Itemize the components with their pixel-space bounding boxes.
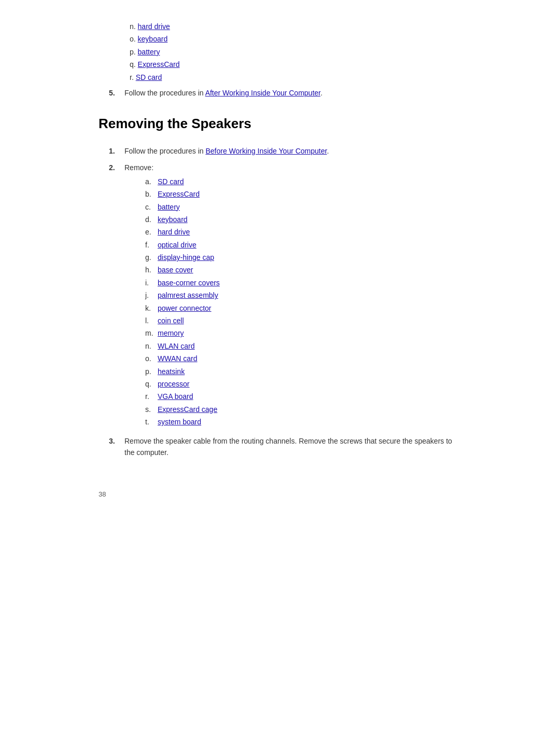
- step-3-num: 3.: [109, 435, 124, 447]
- list-item-q: q. ExpressCard: [130, 59, 461, 70]
- link-system-board[interactable]: system board: [158, 416, 201, 428]
- label-r2: r.: [145, 391, 158, 402]
- remove-item-t: t. system board: [145, 416, 461, 428]
- label-i: i.: [145, 277, 158, 288]
- link-expresscard-cage[interactable]: ExpressCard cage: [158, 404, 217, 415]
- label-q: q.: [130, 60, 136, 68]
- remove-list: a. SD card b. ExpressCard c. battery d. …: [145, 176, 461, 428]
- link-sd-card[interactable]: SD card: [158, 176, 184, 187]
- remove-item-i: i. base-corner covers: [145, 277, 461, 288]
- label-k: k.: [145, 302, 158, 314]
- step-1-text-after: .: [327, 147, 329, 155]
- link-expresscard-top[interactable]: ExpressCard: [138, 60, 180, 68]
- remove-item-n: n. WLAN card: [145, 340, 461, 352]
- link-before-working[interactable]: Before Working Inside Your Computer: [205, 147, 327, 155]
- label-e: e.: [145, 226, 158, 238]
- remove-item-f: f. optical drive: [145, 239, 461, 251]
- label-h: h.: [145, 264, 158, 275]
- link-sd-card-top[interactable]: SD card: [136, 73, 162, 81]
- label-q2: q.: [145, 378, 158, 390]
- link-battery-top[interactable]: battery: [138, 48, 160, 56]
- link-optical-drive[interactable]: optical drive: [158, 239, 197, 251]
- remove-item-c: c. battery: [145, 201, 461, 213]
- remove-item-p: p. heatsink: [145, 366, 461, 377]
- link-memory[interactable]: memory: [158, 327, 184, 339]
- step-2-text: Remove:: [124, 163, 153, 172]
- remove-item-o: o. WWAN card: [145, 353, 461, 364]
- label-c: c.: [145, 201, 158, 213]
- step-1-content: Follow the procedures in Before Working …: [124, 145, 461, 157]
- link-base-corner-covers[interactable]: base-corner covers: [158, 277, 220, 288]
- label-n: n.: [130, 22, 136, 31]
- step-2: 2. Remove: a. SD card b. ExpressCard c. …: [109, 162, 461, 430]
- link-heatsink[interactable]: heatsink: [158, 366, 185, 377]
- link-display-hinge-cap[interactable]: display-hinge cap: [158, 252, 214, 263]
- list-item-p: p. battery: [130, 46, 461, 58]
- link-power-connector[interactable]: power connector: [158, 302, 212, 314]
- remove-item-j: j. palmrest assembly: [145, 290, 461, 301]
- step-5-text: Follow the procedures in After Working I…: [124, 87, 323, 99]
- label-s: s.: [145, 404, 158, 415]
- label-m: m.: [145, 327, 158, 339]
- step-5-num: 5.: [109, 87, 124, 99]
- top-continuation-list: n. hard drive o. keyboard p. battery q. …: [130, 21, 461, 83]
- remove-item-r: r. VGA board: [145, 391, 461, 402]
- remove-item-g: g. display-hinge cap: [145, 252, 461, 263]
- page-number: 38: [99, 489, 461, 500]
- link-wlan-card[interactable]: WLAN card: [158, 340, 195, 352]
- label-b: b.: [145, 188, 158, 200]
- link-battery[interactable]: battery: [158, 201, 180, 213]
- section-title: Removing the Speakers: [99, 113, 461, 135]
- label-p2: p.: [145, 366, 158, 377]
- step-1-num: 1.: [109, 145, 124, 157]
- link-vga-board[interactable]: VGA board: [158, 391, 193, 402]
- link-coin-cell[interactable]: coin cell: [158, 315, 184, 326]
- link-expresscard[interactable]: ExpressCard: [158, 188, 200, 200]
- step-5-text-before: Follow the procedures in: [124, 89, 205, 97]
- label-o: o.: [130, 35, 136, 43]
- label-j: j.: [145, 290, 158, 301]
- list-item-r: r. SD card: [130, 72, 461, 83]
- step-1: 1. Follow the procedures in Before Worki…: [109, 145, 461, 157]
- step-3: 3. Remove the speaker cable from the rou…: [109, 435, 461, 459]
- remove-item-k: k. power connector: [145, 302, 461, 314]
- step-3-text: Remove the speaker cable from the routin…: [124, 435, 461, 459]
- label-a: a.: [145, 176, 158, 187]
- remove-item-l: l. coin cell: [145, 315, 461, 326]
- label-f: f.: [145, 239, 158, 251]
- link-hard-drive[interactable]: hard drive: [138, 22, 170, 31]
- remove-item-h: h. base cover: [145, 264, 461, 275]
- label-p: p.: [130, 48, 136, 56]
- link-wwan-card[interactable]: WWAN card: [158, 353, 197, 364]
- label-n2: n.: [145, 340, 158, 352]
- link-palmrest-assembly[interactable]: palmrest assembly: [158, 290, 218, 301]
- remove-item-m: m. memory: [145, 327, 461, 339]
- page-container: n. hard drive o. keyboard p. battery q. …: [57, 0, 503, 531]
- label-t: t.: [145, 416, 158, 428]
- link-processor[interactable]: processor: [158, 378, 189, 390]
- step-2-num: 2.: [109, 162, 124, 173]
- list-item-n: n. hard drive: [130, 21, 461, 32]
- step-5: 5. Follow the procedures in After Workin…: [109, 87, 461, 99]
- list-item-o: o. keyboard: [130, 33, 461, 45]
- link-base-cover[interactable]: base cover: [158, 264, 193, 275]
- link-keyboard-top[interactable]: keyboard: [138, 35, 168, 43]
- remove-item-a: a. SD card: [145, 176, 461, 187]
- step-5-text-after: .: [320, 89, 323, 97]
- label-l: l.: [145, 315, 158, 326]
- step-1-text-before: Follow the procedures in: [124, 147, 205, 155]
- link-after-working[interactable]: After Working Inside Your Computer: [205, 89, 320, 97]
- remove-item-s: s. ExpressCard cage: [145, 404, 461, 415]
- remove-item-d: d. keyboard: [145, 214, 461, 225]
- label-o2: o.: [145, 353, 158, 364]
- remove-item-e: e. hard drive: [145, 226, 461, 238]
- remove-item-b: b. ExpressCard: [145, 188, 461, 200]
- remove-item-q: q. processor: [145, 378, 461, 390]
- link-keyboard[interactable]: keyboard: [158, 214, 188, 225]
- step-2-content: Remove: a. SD card b. ExpressCard c. bat…: [124, 162, 461, 430]
- label-g: g.: [145, 252, 158, 263]
- label-r: r.: [130, 73, 134, 81]
- link-hard-drive-2[interactable]: hard drive: [158, 226, 190, 238]
- label-d: d.: [145, 214, 158, 225]
